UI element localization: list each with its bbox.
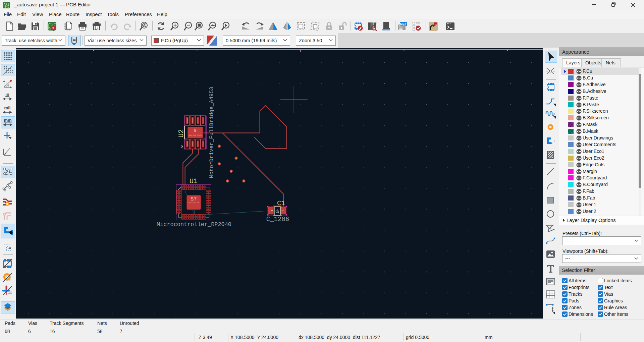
svg-text:MotorDriver_FullBridge_A4953: MotorDriver_FullBridge_A4953 [209, 87, 215, 178]
svg-text:2: 2 [282, 210, 284, 211]
svg-text:1: 1 [271, 210, 274, 211]
svg-text:U2: U2 [178, 129, 185, 137]
svg-text:A: A [143, 23, 146, 27]
svg-text:Microcontroller_RP2040: Microcontroller_RP2040 [157, 222, 231, 228]
svg-text:Net-(U2-PA0): Net-(U2-PA0) [189, 134, 202, 136]
svg-text:mm: mm [4, 118, 11, 123]
svg-text:9: 9 [194, 128, 197, 133]
svg-text:C_1206: C_1206 [266, 216, 289, 223]
svg-text:in: in [5, 92, 9, 97]
svg-text:r: r [6, 81, 7, 84]
svg-text:θ: θ [7, 84, 9, 87]
svg-text:C1: C1 [276, 210, 279, 214]
svg-text:NET: NET [400, 22, 407, 26]
svg-text:U1: U1 [190, 178, 198, 185]
svg-text:mil: mil [4, 105, 11, 110]
svg-text:57: 57 [191, 196, 197, 202]
svg-text:C1: C1 [277, 200, 285, 208]
